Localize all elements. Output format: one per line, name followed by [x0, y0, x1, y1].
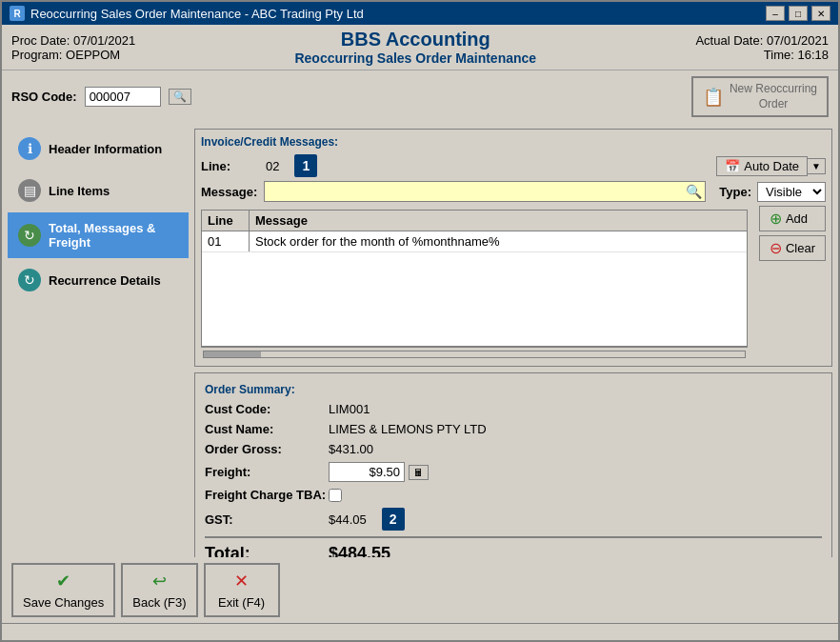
- message-search-icon[interactable]: 🔍: [686, 184, 702, 199]
- close-button[interactable]: ✕: [811, 6, 830, 21]
- horizontal-scrollbar[interactable]: [201, 347, 748, 360]
- freight-input[interactable]: [329, 462, 405, 482]
- time-value: 16:18: [797, 48, 829, 62]
- info-bar-right: Actual Date: 07/01/2021 Time: 16:18: [695, 33, 829, 62]
- window-title: Reoccurring Sales Order Maintenance - AB…: [30, 7, 364, 21]
- total-icon: ↻: [18, 224, 41, 247]
- back-f3-button[interactable]: ↩ Back (F3): [121, 563, 197, 617]
- auto-date-dropdown-button[interactable]: ▼: [808, 158, 826, 174]
- message-input[interactable]: [264, 181, 706, 202]
- type-select[interactable]: Visible Hidden: [757, 182, 826, 202]
- badge-1: 1: [294, 154, 317, 177]
- sidebar-item-recurrence-details[interactable]: ↻ Recurrence Details: [8, 260, 189, 300]
- invoice-section: Invoice/Credit Messages: Line: 02 1 📅 Au…: [194, 129, 832, 367]
- messages-table: Line Message 01 Stock order for the mont…: [201, 210, 748, 347]
- app-title: BBS Accounting: [294, 29, 536, 50]
- rso-bar: RSO Code: 🔍 📋 New ReoccurringOrder: [2, 70, 838, 123]
- main-window: R Reoccurring Sales Order Maintenance - …: [0, 0, 840, 642]
- freight-label: Freight:: [205, 465, 329, 479]
- new-order-label: New ReoccurringOrder: [730, 82, 817, 111]
- sidebar-label-recurrence: Recurrence Details: [49, 273, 161, 288]
- cust-name-label: Cust Name:: [205, 422, 329, 436]
- total-value: $484.55: [329, 544, 390, 557]
- messages-table-wrap: Line Message 01 Stock order for the mont…: [201, 206, 748, 360]
- freight-tba-row: Freight Charge TBA:: [205, 488, 822, 502]
- col-message-header: Message: [250, 211, 747, 231]
- freight-tba-checkbox[interactable]: [329, 489, 342, 502]
- order-gross-row: Order Gross: $431.00: [205, 442, 822, 456]
- sidebar-item-total-messages[interactable]: ↻ Total, Messages & Freight: [8, 212, 189, 258]
- status-bar: [2, 623, 838, 640]
- clear-icon: ⊖: [770, 239, 782, 257]
- total-row: Total: $484.55: [205, 536, 822, 557]
- rso-left: RSO Code: 🔍: [11, 87, 191, 107]
- calendar-icon: 📅: [725, 159, 740, 173]
- auto-date-group: 📅 Auto Date ▼: [716, 156, 826, 176]
- sidebar: ℹ Header Information ▤ Line Items ↻ Tota…: [8, 129, 189, 552]
- main-area: ℹ Header Information ▤ Line Items ↻ Tota…: [2, 123, 838, 557]
- maximize-button[interactable]: □: [789, 6, 808, 21]
- total-label: Total:: [205, 544, 329, 557]
- order-summary-section: Order Summary: Cust Code: LIM001 Cust Na…: [194, 372, 832, 557]
- line-label: Line:: [201, 159, 258, 173]
- message-search-container: 🔍: [264, 181, 706, 202]
- bottom-left-buttons: ✔ Save Changes ↩ Back (F3) ✕ Exit (F4): [11, 563, 280, 617]
- sidebar-label-header: Header Information: [49, 142, 162, 156]
- save-icon: ✔: [56, 571, 70, 592]
- proc-date-label: Proc Date:: [11, 33, 70, 48]
- table-body: 01 Stock order for the month of %monthna…: [202, 231, 747, 346]
- order-gross-label: Order Gross:: [205, 442, 329, 456]
- invoice-section-title: Invoice/Credit Messages:: [201, 135, 826, 149]
- message-label: Message:: [201, 185, 258, 199]
- row-message-01: Stock order for the month of %monthname%: [250, 231, 747, 251]
- cust-code-row: Cust Code: LIM001: [205, 402, 822, 416]
- save-changes-button[interactable]: ✔ Save Changes: [11, 563, 115, 617]
- table-row[interactable]: 01 Stock order for the month of %monthna…: [202, 231, 747, 252]
- exit-f4-button[interactable]: ✕ Exit (F4): [204, 563, 280, 617]
- scrollbar-thumb: [204, 351, 261, 357]
- info-bar: Proc Date: 07/01/2021 Program: OEPPOM BB…: [2, 25, 838, 70]
- clear-label: Clear: [786, 241, 815, 255]
- program-label: Program:: [11, 48, 62, 62]
- minimize-button[interactable]: –: [766, 6, 785, 21]
- info-icon: ℹ: [18, 137, 41, 160]
- info-bar-center: BBS Accounting Reoccurring Sales Order M…: [294, 29, 536, 66]
- recurrence-icon: ↻: [18, 269, 41, 291]
- message-row: Message: 🔍 Type: Visible Hidden: [201, 181, 826, 202]
- sidebar-label-total: Total, Messages & Freight: [49, 221, 178, 250]
- add-label: Add: [786, 211, 808, 226]
- auto-date-button[interactable]: 📅 Auto Date: [716, 156, 808, 176]
- actual-date-label: Actual Date:: [695, 33, 763, 48]
- clear-button[interactable]: ⊖ Clear: [759, 235, 826, 261]
- actual-date-value: 07/01/2021: [767, 33, 829, 48]
- new-reoccurring-order-button[interactable]: 📋 New ReoccurringOrder: [691, 76, 829, 117]
- freight-calc-button[interactable]: 🖩: [409, 465, 429, 480]
- sidebar-item-line-items[interactable]: ▤ Line Items: [8, 171, 189, 211]
- exit-icon: ✕: [234, 571, 249, 592]
- cust-name-row: Cust Name: LIMES & LEMONS PTY LTD: [205, 422, 822, 436]
- cust-name-value: LIMES & LEMONS PTY LTD: [329, 422, 487, 436]
- time-label: Time:: [764, 48, 794, 62]
- info-bar-left: Proc Date: 07/01/2021 Program: OEPPOM: [11, 33, 135, 62]
- cust-code-label: Cust Code:: [205, 402, 329, 416]
- order-summary-title: Order Summary:: [205, 383, 822, 396]
- type-label: Type:: [719, 185, 751, 199]
- title-controls: – □ ✕: [766, 6, 830, 21]
- rso-code-input[interactable]: [85, 87, 161, 107]
- sidebar-label-line-items: Line Items: [49, 184, 110, 198]
- save-label: Save Changes: [23, 595, 104, 610]
- col-line-header: Line: [202, 211, 250, 231]
- freight-tba-label: Freight Charge TBA:: [205, 488, 329, 502]
- table-header: Line Message: [202, 211, 747, 231]
- content-area: Invoice/Credit Messages: Line: 02 1 📅 Au…: [194, 129, 832, 552]
- program-value: OEPPOM: [66, 48, 120, 62]
- line-value: 02: [266, 159, 279, 173]
- app-subtitle: Reoccurring Sales Order Maintenance: [294, 50, 536, 66]
- list-icon: ▤: [18, 179, 41, 202]
- sidebar-item-header-information[interactable]: ℹ Header Information: [8, 129, 189, 169]
- row-line-01: 01: [202, 231, 250, 251]
- action-buttons: ⊕ Add ⊖ Clear: [759, 206, 826, 360]
- rso-search-button[interactable]: 🔍: [169, 89, 191, 105]
- order-gross-value: $431.00: [329, 442, 373, 456]
- add-button[interactable]: ⊕ Add: [759, 206, 826, 231]
